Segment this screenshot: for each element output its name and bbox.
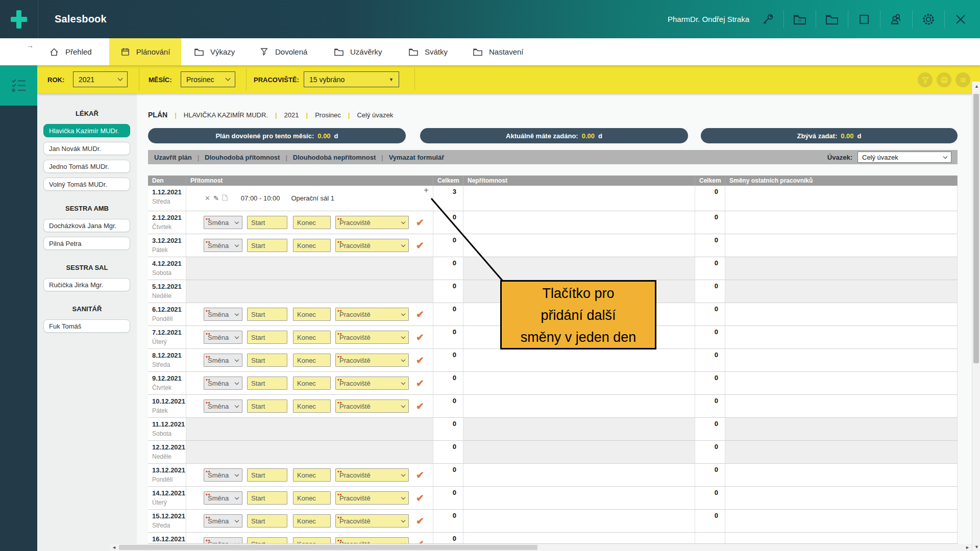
pracoviste-select[interactable]: ••Pracoviště	[335, 308, 409, 321]
scroll-up-icon[interactable]: ▲	[974, 84, 979, 89]
filter-icon-button[interactable]	[918, 72, 933, 87]
breadcrumb-person[interactable]: HLAVIČKA KAZIMÍR MUDR.	[184, 111, 268, 119]
konec-input[interactable]: Konec	[293, 377, 331, 390]
smena-select[interactable]: ••Směna	[204, 308, 242, 321]
square-icon[interactable]	[857, 12, 871, 27]
personnel-item[interactable]: Docházková Jana Mgr.	[43, 219, 130, 232]
start-input[interactable]: Start	[247, 354, 287, 367]
smena-select[interactable]: ••Směna	[204, 399, 242, 413]
tab-prehled[interactable]: Přehled	[49, 38, 92, 65]
breadcrumb-year[interactable]: 2021	[284, 111, 299, 119]
confirm-shift-button[interactable]: ✔	[416, 492, 424, 504]
start-input[interactable]: Start	[247, 239, 287, 252]
confirm-shift-button[interactable]: ✔	[416, 332, 424, 343]
smena-select[interactable]: ••Směna	[204, 216, 242, 229]
pracoviste-select[interactable]: ••Pracoviště	[335, 239, 409, 252]
smena-select[interactable]: ••Směna	[204, 377, 242, 390]
gear-icon[interactable]	[921, 12, 936, 27]
folder-icon[interactable]	[825, 12, 839, 27]
start-input[interactable]: Start	[247, 308, 287, 321]
pracoviste-select[interactable]: ••Pracoviště	[335, 399, 409, 413]
pracoviste-select[interactable]: ••Pracoviště	[335, 514, 409, 528]
uzavrit-plan-button[interactable]: Uzavřít plán	[154, 154, 192, 161]
delete-entry-icon[interactable]: ✕	[205, 194, 210, 202]
close-icon[interactable]	[953, 12, 968, 27]
konec-input[interactable]: Konec	[293, 216, 331, 229]
konec-input[interactable]: Konec	[293, 239, 331, 252]
pracoviste-select[interactable]: ••Pracoviště	[335, 216, 409, 229]
smena-select[interactable]: ••Směna	[204, 468, 242, 482]
mesic-select[interactable]: Prosinec	[181, 71, 235, 87]
personnel-item[interactable]: Jan Novák MUDr.	[43, 142, 130, 155]
tab-dovolena[interactable]: Dovolená	[259, 38, 307, 65]
horizontal-scrollbar[interactable]: ◄ ►	[110, 544, 972, 551]
confirm-shift-button[interactable]: ✔	[416, 400, 424, 412]
tab-svatky[interactable]: Svátky	[408, 38, 448, 65]
print-button[interactable]	[937, 72, 951, 87]
konec-input[interactable]: Konec	[293, 308, 331, 321]
personnel-item[interactable]: Fuk Tomáš	[43, 319, 130, 333]
start-input[interactable]: Start	[247, 537, 287, 544]
dlouhodoba-nepritomnost-button[interactable]: Dlouhodobá nepřítomnost	[293, 154, 376, 161]
vymazat-formular-button[interactable]: Vymazat formulář	[389, 154, 445, 161]
personnel-item[interactable]: Hlavička Kazimír MUDr.	[43, 124, 130, 137]
start-input[interactable]: Start	[247, 514, 287, 528]
start-input[interactable]: Start	[247, 216, 287, 229]
collapse-arrow-icon[interactable]: →	[27, 41, 34, 49]
vertical-scrollbar-thumb[interactable]	[973, 94, 979, 363]
scroll-down-icon[interactable]: ▼	[974, 544, 979, 549]
user-name[interactable]: PharmDr. Ondřej Straka	[668, 15, 749, 23]
pracoviste-select[interactable]: 15 vybráno▼	[304, 71, 399, 87]
personnel-item[interactable]: Jedno Tomáš MUDr.	[43, 160, 130, 173]
pracoviste-select[interactable]: ••Pracoviště	[335, 468, 409, 482]
add-shift-button[interactable]: +	[424, 186, 429, 194]
personnel-item[interactable]: Volný Tomáš MUDr.	[43, 178, 130, 191]
edit-entry-icon[interactable]: ✎	[213, 194, 219, 202]
horizontal-scrollbar-thumb[interactable]	[119, 545, 537, 550]
personnel-item[interactable]: Ručička Jirka Mgr.	[43, 278, 130, 291]
konec-input[interactable]: Konec	[293, 537, 331, 544]
dlouhodoba-pritomnost-button[interactable]: Dlouhodobá přítomnost	[205, 154, 280, 161]
sidebar-toggle[interactable]	[0, 65, 37, 106]
confirm-shift-button[interactable]: ✔	[416, 240, 424, 252]
smena-select[interactable]: ••Směna	[204, 491, 242, 505]
breadcrumb-month[interactable]: Prosinec	[315, 111, 341, 119]
tab-nastaveni[interactable]: Nastavení	[473, 38, 524, 65]
konec-input[interactable]: Konec	[293, 514, 331, 528]
folder-n-icon[interactable]: N	[793, 12, 807, 27]
konec-input[interactable]: Konec	[293, 399, 331, 413]
smena-select[interactable]: ••Směna	[204, 331, 242, 344]
konec-input[interactable]: Konec	[293, 491, 331, 505]
app-logo[interactable]	[0, 0, 38, 38]
tab-uzaverky[interactable]: Uzávěrky	[334, 38, 382, 65]
scroll-left-icon[interactable]: ◄	[112, 545, 116, 550]
tab-planovani[interactable]: Plánování	[109, 38, 181, 65]
pracoviste-select[interactable]: ••Pracoviště	[335, 331, 409, 344]
confirm-shift-button[interactable]: ✔	[416, 378, 424, 389]
confirm-shift-button[interactable]: ✔	[416, 515, 424, 527]
key-icon[interactable]	[761, 12, 775, 27]
rok-select[interactable]: 2021	[73, 71, 128, 87]
tab-vykazy[interactable]: Výkazy	[194, 38, 235, 65]
confirm-shift-button[interactable]: ✔	[416, 538, 424, 544]
pracoviste-select[interactable]: ••Pracoviště	[335, 354, 409, 367]
breadcrumb-uvazek[interactable]: Celý úvazek	[357, 111, 393, 119]
konec-input[interactable]: Konec	[293, 331, 331, 344]
menu-button[interactable]	[955, 72, 970, 87]
uvazek-select[interactable]: Celý úvazek	[857, 152, 951, 163]
smena-select[interactable]: ••Směna	[204, 239, 242, 252]
konec-input[interactable]: Konec	[293, 468, 331, 482]
start-input[interactable]: Start	[247, 491, 287, 505]
smena-select[interactable]: ••Směna	[204, 514, 242, 528]
pracoviste-select[interactable]: ••Pracoviště	[335, 537, 409, 544]
start-input[interactable]: Start	[247, 331, 287, 344]
confirm-shift-button[interactable]: ✔	[416, 355, 424, 366]
smena-select[interactable]: ••Směna	[204, 354, 242, 367]
konec-input[interactable]: Konec	[293, 354, 331, 367]
pracoviste-select[interactable]: ••Pracoviště	[335, 377, 409, 390]
users-icon[interactable]	[889, 12, 903, 27]
copy-entry-icon[interactable]	[222, 194, 228, 203]
confirm-shift-button[interactable]: ✔	[416, 309, 424, 320]
pracoviste-select[interactable]: ••Pracoviště	[335, 491, 409, 505]
vertical-scrollbar[interactable]: ▲ ▼	[972, 82, 980, 551]
